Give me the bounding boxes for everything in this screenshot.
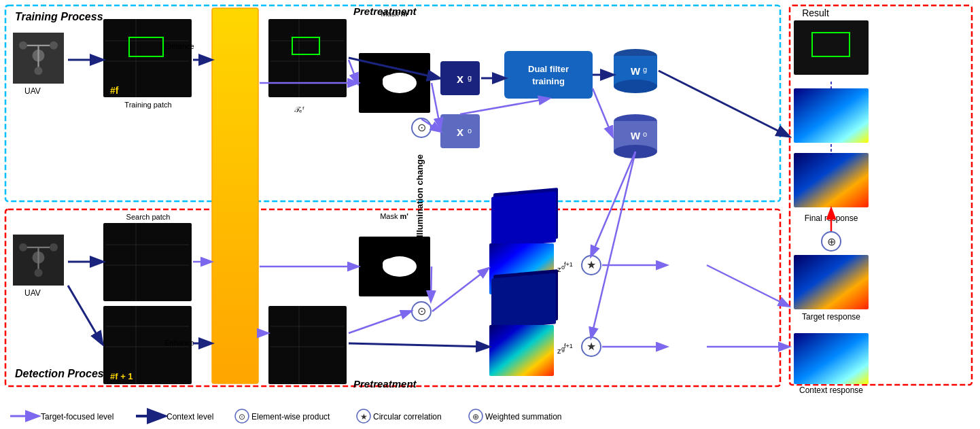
operator-plus [822,232,841,251]
zg-sup: f+1 [564,343,573,349]
wg-bottom-ellipse [614,80,657,93]
legend-context-label: Context level [167,412,213,422]
xg-box [440,61,480,95]
enhanced-patch-top [268,19,347,97]
result-green-box [812,33,850,56]
xo-sub: o [468,126,472,135]
svg-point-6 [383,75,399,86]
frame-f1-patch-bg [103,306,192,384]
operator-star-zo [582,256,601,275]
result-top-image [794,20,869,75]
arrow-wo-star-zg [591,152,635,337]
arrow-wg-result [659,71,788,136]
result-target-heatmap [794,255,869,309]
pretreatment-top-label: Pretreatment [353,5,417,17]
frame-f1-label: #f + 1 [110,371,133,381]
detection-process-box [5,209,780,386]
mask-top-image [359,53,430,113]
feature-stack-zg-l3 [493,269,558,326]
uav-top-label: UAV [24,86,41,96]
legend-circular-label: Circular correlation [373,412,442,422]
uav-top-image [10,33,67,84]
zo-sup: f+1 [564,261,573,268]
feature-stack-zo-l3 [493,188,558,244]
result-heatmap1 [794,88,869,143]
operator-dot-bottom [412,302,431,321]
legend: Target-focused level Context level ⊙ Ele… [10,409,562,423]
uav-bottom-image [10,235,67,286]
feature-stack-zg-l2 [491,273,556,329]
arrow-dot-zo [432,269,488,311]
svg-text:⊙: ⊙ [239,412,245,422]
zg-sub: g [561,345,565,352]
arrow-dot-xo [421,119,440,131]
legend-weighted-label: Weighted summation [485,412,562,422]
operator-star-zg [582,337,601,356]
svg-point-7 [401,80,415,90]
enhance-bottom-label: Enhance [164,339,194,347]
result-heatmap2 [794,153,869,207]
tef-label: 𝒯ₑᶠ [294,105,304,114]
arrow-enhanced-xg [349,58,439,78]
dual-filter-label: Dual filter [528,64,569,74]
main-container: Illumination change Training Process UAV… [0,0,980,429]
wo-top-ellipse [614,114,657,128]
star-symbol-zg: ★ [587,341,596,352]
wg-top-ellipse [614,49,657,63]
mask-bottom-image [359,237,430,296]
bounding-box-enhanced [292,37,319,54]
feature-stack-zg-front [489,325,554,376]
training-process-title: Training Process [15,11,103,22]
legend-target-label: Target-focused level [41,412,113,422]
plus-symbol: ⊕ [827,236,836,247]
dual-filter-box [504,51,593,99]
svg-text:⊕: ⊕ [472,412,479,422]
mask-blob-top [383,73,417,93]
arrow-mask-dot-top [432,83,440,128]
svg-point-25 [469,409,483,423]
zo-label: z [557,265,561,273]
wo-body [614,121,657,152]
illumination-label: Illumination change [415,154,425,237]
context-response-label: Context response [799,385,863,395]
zg-label: z [557,347,561,355]
arrow-uav-f1-patch [68,286,102,343]
svg-point-18 [401,264,415,273]
arrow-connect-dot-xo [431,126,439,131]
wo-bottom-ellipse [614,145,657,158]
mask-m-label: Mask m [381,10,407,18]
xo-label: x [457,125,463,139]
result-title: Result [802,7,829,18]
feature-stack-zo-front [489,243,554,294]
result-context-heatmap [794,333,869,384]
arrow-enhanced-zg [349,343,488,347]
enhance-top-label: Enhance [164,42,194,50]
xg-sub: g [468,73,472,82]
arrow-xo-dual [460,99,548,114]
illumination-box [212,8,258,383]
zo-sub: o [561,264,565,271]
arrow-enhanced-dot-bottom [349,311,410,333]
xo-box [440,114,480,148]
training-patch-bg [103,19,192,97]
arrow-dual-wo [593,88,612,136]
dual-filter-label2: training [532,76,565,86]
operator-dot-top [412,118,431,137]
diagram-svg: Illumination change Training Process UAV… [0,0,980,429]
bounding-box-top [129,37,163,56]
frame-f-label: #f [110,85,119,96]
search-patch-bg [103,223,192,301]
wo-sub: o [643,130,647,138]
search-patch-label: Search patch [126,213,171,221]
arrow-wo-star-zo [591,152,635,256]
wg-sub: g [643,65,647,73]
dot-symbol-top: ⊙ [417,122,426,133]
mask-m-prime-label: Mask m' [380,212,408,220]
wg-body [614,56,657,86]
training-patch-label: Training patch [124,101,171,109]
uav-bottom-label: UAV [24,288,41,298]
pretreatment-bottom-label: Pretreatment [353,378,417,390]
training-process-box [5,5,780,201]
svg-point-17 [383,258,399,269]
enhanced-patch-bottom [268,306,347,384]
